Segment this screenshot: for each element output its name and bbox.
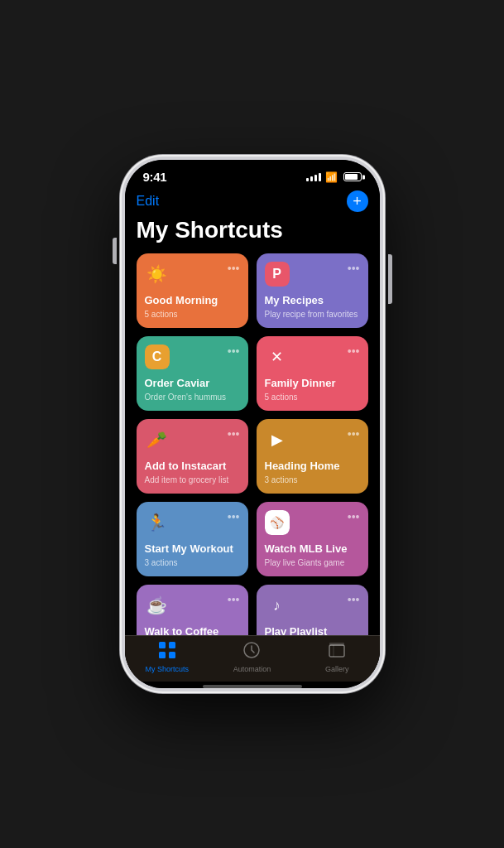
card-bottom-start-my-workout: Start My Workout 3 actions (145, 542, 240, 568)
card-title-add-to-instacart: Add to Instacart (145, 460, 240, 473)
card-title-play-playlist: Play Playlist (265, 625, 360, 635)
tab-item-gallery[interactable]: Gallery (312, 641, 362, 673)
card-top-good-morning: ☀️ ••• (145, 262, 240, 287)
card-bottom-add-to-instacart: Add to Instacart Add item to grocery lis… (145, 460, 240, 485)
card-subtitle-watch-mlb-live: Play live Giants game (265, 557, 360, 568)
phone-frame: 9:41 📶 Edit (120, 155, 385, 693)
card-icon-start-my-workout: 🏃 (145, 510, 170, 535)
card-more-add-to-instacart[interactable]: ••• (228, 427, 240, 441)
card-subtitle-heading-home: 3 actions (265, 475, 360, 485)
card-more-order-caviar[interactable]: ••• (228, 344, 240, 358)
card-bottom-heading-home: Heading Home 3 actions (265, 460, 360, 485)
shortcut-card-my-recipes[interactable]: P ••• My Recipes Play recipe from favori… (257, 253, 368, 328)
card-subtitle-my-recipes: Play recipe from favorites (265, 309, 360, 320)
card-icon-order-caviar: C (145, 344, 170, 369)
phone-screen: 9:41 📶 Edit (125, 160, 380, 688)
card-bottom-watch-mlb-live: Watch MLB Live Play live Giants game (265, 542, 360, 568)
card-subtitle-good-morning: 5 actions (145, 309, 240, 320)
card-bottom-walk-to-coffee: Walk to Coffee 3 actions (145, 625, 240, 635)
svg-rect-1 (169, 642, 175, 648)
card-more-watch-mlb-live[interactable]: ••• (348, 510, 360, 523)
header-row: Edit + (137, 187, 368, 217)
tab-item-automation[interactable]: Automation (227, 641, 276, 673)
shortcut-card-heading-home[interactable]: ▶ ••• Heading Home 3 actions (257, 419, 368, 494)
card-more-my-recipes[interactable]: ••• (348, 262, 360, 275)
card-top-family-dinner: ✕ ••• (265, 344, 360, 369)
shortcut-card-add-to-instacart[interactable]: 🥕 ••• Add to Instacart Add item to groce… (137, 419, 248, 494)
card-bottom-family-dinner: Family Dinner 5 actions (265, 377, 360, 402)
card-more-walk-to-coffee[interactable]: ••• (228, 593, 240, 606)
card-top-my-recipes: P ••• (265, 262, 360, 287)
tab-bar: My Shortcuts Automation Gallery (125, 635, 380, 682)
card-title-good-morning: Good Morning (145, 294, 240, 307)
card-top-order-caviar: C ••• (145, 344, 240, 369)
card-icon-my-recipes: P (265, 262, 290, 287)
status-time: 9:41 (143, 170, 167, 184)
card-icon-family-dinner: ✕ (265, 344, 290, 369)
card-icon-heading-home: ▶ (265, 427, 290, 452)
card-bottom-order-caviar: Order Caviar Order Oren's hummus (145, 377, 240, 402)
shortcut-card-good-morning[interactable]: ☀️ ••• Good Morning 5 actions (137, 253, 248, 328)
battery-icon (343, 172, 362, 181)
tab-icon-automation (242, 641, 261, 662)
card-subtitle-add-to-instacart: Add item to grocery list (145, 475, 240, 485)
card-icon-add-to-instacart: 🥕 (145, 427, 170, 452)
card-bottom-good-morning: Good Morning 5 actions (145, 294, 240, 320)
card-title-order-caviar: Order Caviar (145, 377, 240, 390)
card-top-start-my-workout: 🏃 ••• (145, 510, 240, 535)
svg-rect-5 (329, 645, 344, 657)
shortcut-card-watch-mlb-live[interactable]: ⚾ ••• Watch MLB Live Play live Giants ga… (257, 502, 368, 576)
card-top-walk-to-coffee: ☕ ••• (145, 593, 240, 618)
card-title-heading-home: Heading Home (265, 460, 360, 473)
svg-rect-0 (159, 642, 166, 648)
card-top-heading-home: ▶ ••• (265, 427, 360, 452)
status-icons: 📶 (306, 171, 362, 183)
tab-icon-my-shortcuts (158, 641, 176, 662)
card-more-play-playlist[interactable]: ••• (348, 593, 360, 606)
card-top-play-playlist: ♪ ••• (265, 593, 360, 618)
tab-icon-gallery (328, 641, 346, 662)
card-bottom-my-recipes: My Recipes Play recipe from favorites (265, 294, 360, 320)
tab-label-my-shortcuts: My Shortcuts (146, 665, 190, 673)
add-shortcut-button[interactable]: + (347, 190, 368, 212)
card-title-walk-to-coffee: Walk to Coffee (145, 625, 240, 635)
shortcut-card-start-my-workout[interactable]: 🏃 ••• Start My Workout 3 actions (137, 502, 248, 576)
card-top-add-to-instacart: 🥕 ••• (145, 427, 240, 452)
edit-button[interactable]: Edit (137, 194, 160, 209)
shortcut-card-play-playlist[interactable]: ♪ ••• Play Playlist 1 action (257, 585, 368, 635)
screen: 9:41 📶 Edit (125, 160, 380, 688)
card-subtitle-order-caviar: Order Oren's hummus (145, 392, 240, 402)
shortcut-card-order-caviar[interactable]: C ••• Order Caviar Order Oren's hummus (137, 336, 248, 411)
svg-rect-3 (169, 652, 175, 658)
card-top-watch-mlb-live: ⚾ ••• (265, 510, 360, 535)
tab-label-gallery: Gallery (325, 665, 349, 673)
card-bottom-play-playlist: Play Playlist 1 action (265, 625, 360, 635)
notch (203, 160, 302, 180)
card-title-start-my-workout: Start My Workout (145, 542, 240, 556)
card-more-good-morning[interactable]: ••• (228, 262, 240, 275)
shortcut-card-walk-to-coffee[interactable]: ☕ ••• Walk to Coffee 3 actions (137, 585, 248, 635)
card-icon-watch-mlb-live: ⚾ (265, 510, 290, 535)
signal-bars-icon (306, 173, 321, 181)
card-more-start-my-workout[interactable]: ••• (228, 510, 240, 523)
card-icon-good-morning: ☀️ (145, 262, 170, 287)
main-content: Edit + My Shortcuts ☀️ ••• Good Morning … (125, 187, 380, 635)
card-subtitle-start-my-workout: 3 actions (145, 557, 240, 568)
card-title-watch-mlb-live: Watch MLB Live (265, 542, 360, 556)
svg-rect-6 (329, 643, 344, 646)
card-more-family-dinner[interactable]: ••• (348, 344, 360, 358)
tab-label-automation: Automation (233, 665, 271, 673)
card-subtitle-family-dinner: 5 actions (265, 392, 360, 402)
home-indicator (203, 685, 302, 688)
card-icon-play-playlist: ♪ (265, 593, 290, 618)
wifi-icon: 📶 (325, 171, 338, 183)
shortcut-card-family-dinner[interactable]: ✕ ••• Family Dinner 5 actions (257, 336, 368, 411)
page-title: My Shortcuts (137, 217, 368, 243)
card-title-family-dinner: Family Dinner (265, 377, 360, 390)
card-title-my-recipes: My Recipes (265, 294, 360, 307)
card-icon-walk-to-coffee: ☕ (145, 593, 170, 618)
tab-item-my-shortcuts[interactable]: My Shortcuts (142, 641, 192, 673)
svg-rect-2 (159, 652, 166, 658)
card-more-heading-home[interactable]: ••• (348, 427, 360, 441)
shortcuts-grid: ☀️ ••• Good Morning 5 actions P ••• My R… (137, 253, 368, 635)
